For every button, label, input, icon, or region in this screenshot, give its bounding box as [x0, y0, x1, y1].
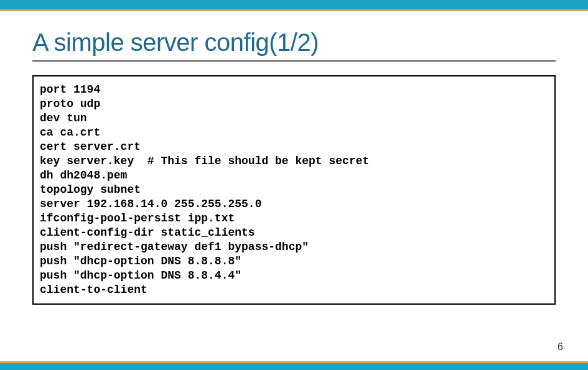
top-accent-bar: [0, 0, 588, 11]
page-number: 6: [558, 341, 563, 353]
slide-title: A simple server config(1/2): [32, 29, 556, 62]
bottom-accent-bar: [0, 361, 588, 370]
config-code-box: port 1194 proto udp dev tun ca ca.crt ce…: [32, 75, 556, 305]
config-code: port 1194 proto udp dev tun ca ca.crt ce…: [40, 83, 548, 297]
slide-content: A simple server config(1/2) port 1194 pr…: [0, 11, 588, 305]
